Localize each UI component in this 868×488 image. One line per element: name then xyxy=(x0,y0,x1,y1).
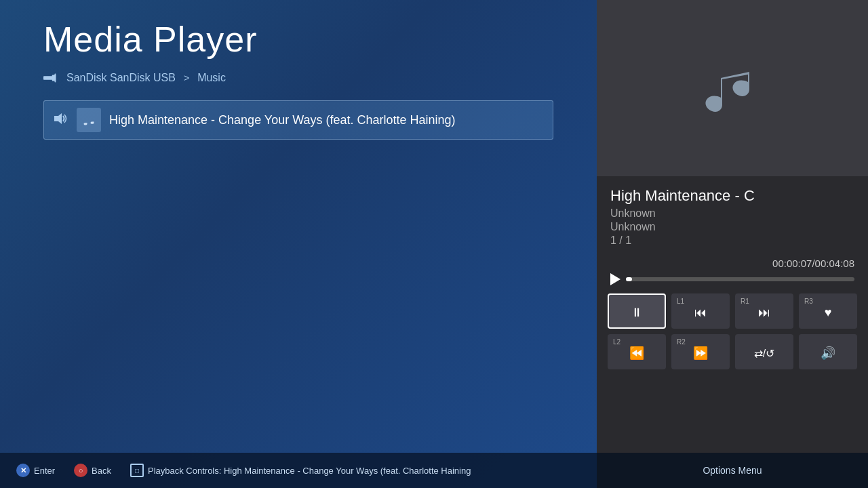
album-art xyxy=(597,0,868,176)
shuffle-icon: ⇄/↺ xyxy=(754,347,774,360)
svg-marker-3 xyxy=(54,113,62,124)
controls-row-1: ⏸ L1 ⏮ R1 ⏭ R3 ♥ xyxy=(608,293,857,329)
enter-label: Enter xyxy=(34,466,55,476)
controls-row-2: L2 ⏪ R2 ⏩ ⇄/↺ 🔊 xyxy=(608,334,857,369)
right-panel: High Maintenance - C Unknown Unknown 1 /… xyxy=(597,0,868,488)
sq-button-icon: □ xyxy=(130,464,144,477)
play-indicator xyxy=(597,273,868,293)
track-name: High Maintenance - Change Your Ways (fea… xyxy=(109,113,456,127)
usb-icon xyxy=(43,73,58,83)
options-label: Options Menu xyxy=(703,465,762,476)
track-item[interactable]: High Maintenance - Change Your Ways (fea… xyxy=(43,100,553,140)
prev-button[interactable]: L1 ⏮ xyxy=(671,293,730,329)
next-icon: ⏭ xyxy=(758,306,770,320)
track-time: 00:00:07/00:04:08 xyxy=(597,258,868,269)
rewind-button[interactable]: L2 ⏪ xyxy=(608,334,666,369)
now-playing-count: 1 / 1 xyxy=(610,235,854,247)
volume-ctrl-icon: 🔊 xyxy=(821,346,835,361)
play-icon xyxy=(610,273,620,285)
page-title: Media Player xyxy=(0,0,597,66)
svg-rect-2 xyxy=(55,74,56,83)
breadcrumb-folder: Music xyxy=(197,72,226,84)
volume-icon xyxy=(52,113,68,128)
breadcrumb-sep: > xyxy=(184,73,189,83)
progress-bar-area[interactable] xyxy=(626,277,854,281)
music-note-icon xyxy=(698,54,766,122)
pause-button[interactable]: ⏸ xyxy=(608,293,666,329)
left-panel: Media Player SanDisk SanDisk USB > Music xyxy=(0,0,597,488)
pause-icon: ⏸ xyxy=(631,306,643,320)
favorite-label: R3 xyxy=(804,298,813,305)
next-button[interactable]: R1 ⏭ xyxy=(735,293,793,329)
prev-icon: ⏮ xyxy=(694,306,707,320)
track-list: High Maintenance - Change Your Ways (fea… xyxy=(0,95,597,488)
o-button-icon: ○ xyxy=(74,464,87,477)
breadcrumb-device: SanDisk SanDisk USB xyxy=(66,72,176,84)
now-playing-album: Unknown xyxy=(610,221,854,233)
controls-grid: ⏸ L1 ⏮ R1 ⏭ R3 ♥ L2 ⏪ R2 ⏩ xyxy=(597,293,868,369)
fastforward-button[interactable]: R2 ⏩ xyxy=(671,334,730,369)
favorite-button[interactable]: R3 ♥ xyxy=(799,293,857,329)
fastforward-label: R2 xyxy=(677,338,686,346)
favorite-icon: ♥ xyxy=(825,306,832,320)
back-item: ○ Back xyxy=(74,464,111,477)
track-music-icon xyxy=(77,108,101,132)
rewind-label: L2 xyxy=(613,338,620,346)
right-bottom-bar: Options Menu xyxy=(597,453,868,488)
fastforward-icon: ⏩ xyxy=(693,346,708,361)
shuffle-repeat-button[interactable]: ⇄/↺ xyxy=(735,334,793,369)
now-playing-artist: Unknown xyxy=(610,207,854,220)
playback-item: □ Playback Controls: High Maintenance - … xyxy=(130,464,471,477)
playback-label: Playback Controls: High Maintenance - Ch… xyxy=(148,466,471,476)
prev-label: L1 xyxy=(677,298,684,305)
svg-rect-0 xyxy=(43,76,54,80)
next-label: R1 xyxy=(741,298,749,305)
progress-fill xyxy=(626,277,632,281)
volume-button[interactable]: 🔊 xyxy=(799,334,857,369)
breadcrumb: SanDisk SanDisk USB > Music xyxy=(0,66,597,95)
bottom-bar: ✕ Enter ○ Back □ Playback Controls: High… xyxy=(0,453,597,488)
x-button-icon: ✕ xyxy=(16,464,30,477)
now-playing-title: High Maintenance - C xyxy=(610,187,854,205)
enter-item: ✕ Enter xyxy=(16,464,55,477)
rewind-icon: ⏪ xyxy=(629,346,644,361)
track-info: High Maintenance - C Unknown Unknown 1 /… xyxy=(597,176,868,258)
progress-track xyxy=(626,277,854,281)
back-label: Back xyxy=(92,466,111,476)
